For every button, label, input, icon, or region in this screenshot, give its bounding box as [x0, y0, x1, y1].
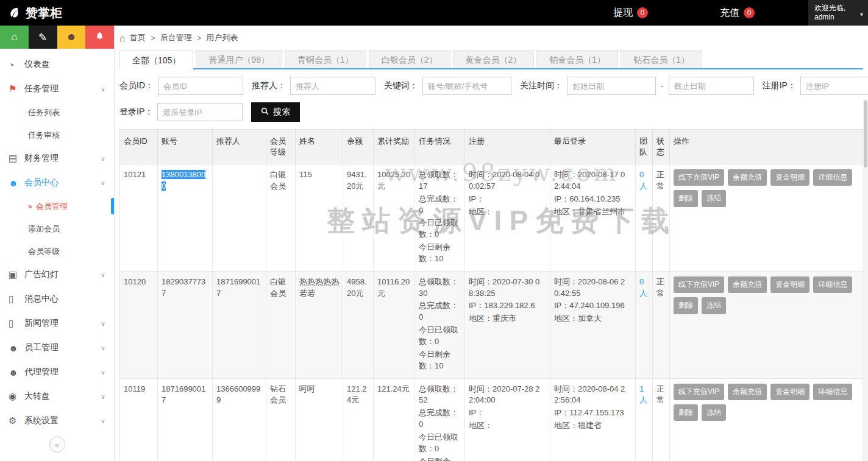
tab-normal[interactable]: 普通用户（98） [196, 50, 282, 68]
action-button-delete[interactable]: 删除 [674, 190, 698, 206]
team-link[interactable]: 1 人 [639, 384, 647, 405]
cell-member-id: 10119 [120, 378, 158, 461]
cell-last-login: 时间：2020-08-06 20:42:55IP：47.240.109.196地… [550, 271, 636, 378]
sidebar-item-agents[interactable]: ☻代理管理∨ [0, 360, 114, 384]
action-button-balance-recharge[interactable]: 余额充值 [728, 169, 767, 186]
sidebar-subitem-task-list[interactable]: 任务列表 [0, 101, 114, 124]
sidebar-item-label: 代理管理 [24, 367, 101, 378]
news-icon: ▯ [9, 318, 24, 329]
action-button-offline-vip[interactable]: 线下充值VIP [674, 276, 724, 293]
tab-bronze[interactable]: 青铜会员（1） [285, 50, 366, 68]
action-button-detail-info[interactable]: 详细信息 [813, 169, 852, 186]
quick-tile-bell[interactable] [85, 26, 114, 49]
search-icon [261, 107, 269, 117]
action-button-offline-vip[interactable]: 线下充值VIP [674, 169, 724, 186]
scrollbar-thumb[interactable] [864, 100, 867, 167]
user-dropdown[interactable]: 欢迎光临, admin ▾ [808, 0, 868, 26]
search-button[interactable]: 搜索 [251, 102, 300, 122]
account-text: 13800138000 [162, 170, 205, 191]
sidebar-item-news[interactable]: ▯新闻管理∨ [0, 311, 114, 336]
brand-logo-icon [9, 7, 21, 19]
date-range-separator: - [661, 81, 664, 91]
sidebar-item-settings[interactable]: ⚙系统设置∨ [0, 409, 114, 433]
sidebar-submenu-tasks: 任务列表任务审核 [0, 101, 114, 146]
action-button-offline-vip[interactable]: 线下充值VIP [674, 384, 724, 400]
sidebar-item-finance[interactable]: ▤财务管理∨ [0, 146, 114, 171]
recharge-badge: 0 [744, 7, 755, 18]
sidebar-item-tasks[interactable]: ⚑任务管理∨ [0, 77, 114, 101]
table-header-row: 会员ID账号推荐人会员等级姓名余额累计奖励任务情况注册最后登录团队状态操作 [120, 130, 863, 164]
finance-icon: ▤ [9, 153, 24, 164]
quick-tile-pencil[interactable]: ✎ [29, 26, 57, 49]
withdraw-menu[interactable]: 提现 0 [613, 7, 648, 19]
sidebar-item-dashboard[interactable]: ◔仪表盘 [0, 52, 114, 77]
quick-tile-users[interactable]: ☻ [57, 26, 86, 49]
last-login-line: IP：60.164.10.235 [554, 194, 631, 205]
action-button-balance-recharge[interactable]: 余额充值 [728, 384, 767, 400]
last-login-line: 地区：加拿大 [554, 313, 631, 325]
breadcrumb-separator: > [151, 33, 155, 43]
sidebar-item-ad-slides[interactable]: ▣广告幻灯∨ [0, 262, 114, 287]
action-button-delete[interactable]: 删除 [674, 297, 698, 314]
referrer-label: 推荐人： [252, 80, 286, 91]
sidebar-subitem-member-manage[interactable]: »会员管理 [0, 195, 114, 217]
keyword-input[interactable] [422, 77, 511, 95]
sidebar-item-member-center[interactable]: ☻会员中心∨ [0, 171, 114, 195]
start-date-input[interactable] [567, 77, 656, 95]
action-button-freeze[interactable]: 冻结 [702, 404, 726, 421]
action-button-detail-info[interactable]: 详细信息 [813, 276, 852, 293]
tab-diamond[interactable]: 钻石会员（1） [621, 50, 702, 68]
sidebar-menu: ◔仪表盘⚑任务管理∨任务列表任务审核▤财务管理∨☻会员中心∨»会员管理添加会员会… [0, 52, 114, 433]
breadcrumb-admin[interactable]: 后台管理 [160, 32, 192, 43]
cell-name: 115 [296, 164, 343, 272]
action-button-balance-recharge[interactable]: 余额充值 [728, 276, 767, 293]
member-id-input[interactable] [158, 77, 243, 95]
sidebar-subitem-label: 会员等级 [28, 246, 60, 257]
cell-status: 正常 [653, 164, 670, 272]
cell-level: 白银会员 [266, 271, 296, 378]
table-body: 1012113800138000白银会员1159431.20元10025.20元… [120, 164, 863, 461]
column-header: 状态 [653, 130, 670, 164]
username: admin [814, 13, 856, 22]
action-button-detail-info[interactable]: 详细信息 [813, 384, 852, 400]
quick-tile-home[interactable]: ⌂ [0, 26, 29, 49]
team-link[interactable]: 0 人 [639, 170, 647, 191]
welcome-text: 欢迎光临, [814, 4, 856, 13]
register-line: IP： [469, 407, 546, 419]
action-button-fund-detail[interactable]: 资金明细 [770, 169, 809, 186]
cell-tasks: 总领取数：52总完成数：0今日已领取数：0今日剩余数：73 [415, 378, 465, 461]
team-link[interactable]: 0 人 [639, 277, 647, 298]
table-row: 101201829037773718716990017白银会员热热热热热若若49… [120, 271, 863, 378]
reg-ip-input[interactable] [800, 77, 868, 95]
cell-account: 18716990017 [158, 378, 213, 461]
end-date-input[interactable] [669, 77, 754, 95]
sidebar-item-wheel[interactable]: ◉大转盘∨ [0, 384, 114, 409]
chevron-down-icon: ∨ [101, 179, 105, 187]
recharge-menu[interactable]: 充值 0 [720, 7, 755, 19]
action-button-delete[interactable]: 删除 [674, 404, 698, 421]
sidebar-item-staff[interactable]: ☻员工管理∨ [0, 336, 114, 360]
action-button-freeze[interactable]: 冻结 [702, 297, 726, 314]
sidebar-submenu-member-center: »会员管理添加会员会员等级 [0, 195, 114, 262]
sidebar-collapse-button[interactable]: « [49, 437, 65, 452]
cell-level: 白银会员 [266, 164, 296, 272]
filter-row-1: 会员ID： 推荐人： 关键词： 关注时间： - 注册IP： 最后 [119, 77, 863, 95]
tab-all[interactable]: 全部（105） [119, 50, 193, 69]
sidebar-item-message-center[interactable]: ▯消息中心 [0, 287, 114, 311]
login-ip-input[interactable] [157, 103, 243, 121]
breadcrumb-home[interactable]: 首页 [130, 32, 146, 43]
tab-silver[interactable]: 白银会员（2） [369, 50, 450, 68]
vertical-scrollbar [863, 99, 868, 461]
sidebar-subitem-member-add[interactable]: 添加会员 [0, 217, 114, 240]
home-icon: ⌂ [119, 33, 125, 43]
sidebar-subitem-label: 任务审核 [28, 130, 60, 141]
action-button-fund-detail[interactable]: 资金明细 [770, 276, 809, 293]
action-button-fund-detail[interactable]: 资金明细 [770, 384, 809, 400]
tab-gold[interactable]: 黄金会员（2） [453, 50, 535, 68]
sidebar-subitem-task-review[interactable]: 任务审核 [0, 124, 114, 146]
tab-platinum[interactable]: 铂金会员（1） [536, 50, 618, 68]
sidebar-subitem-member-level[interactable]: 会员等级 [0, 240, 114, 262]
referrer-input[interactable] [290, 77, 375, 95]
register-line: 时间：2020-08-04 00:02:57 [469, 169, 546, 192]
action-button-freeze[interactable]: 冻结 [702, 190, 726, 206]
